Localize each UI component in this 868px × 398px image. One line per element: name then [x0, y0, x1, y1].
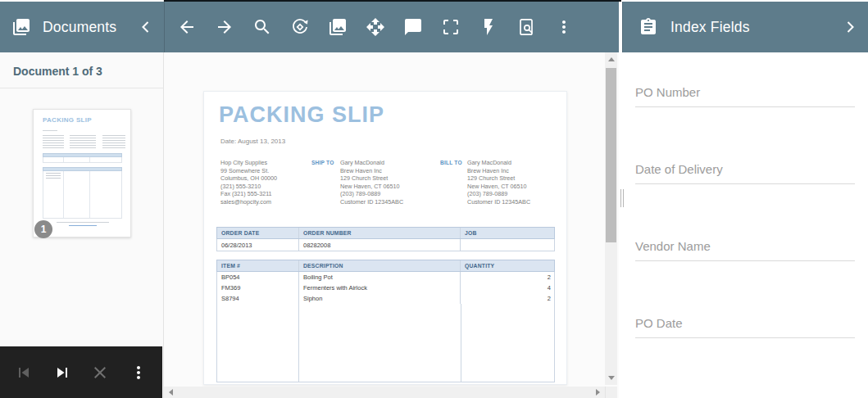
bill-to-address-block: Gary MacDonaldBrew Haven Inc 129 Church … — [467, 159, 530, 206]
vendor-name-label: Vendor Name — [635, 239, 855, 253]
forward-button[interactable] — [215, 17, 234, 37]
divider — [0, 88, 164, 88]
table-row: 06/28/2013 08282008 — [216, 239, 555, 251]
panel-resize-handle[interactable] — [620, 189, 625, 207]
first-document-button[interactable] — [14, 363, 34, 382]
mini-doc-title: PACKING SLIP — [43, 116, 92, 124]
po-number-label: PO Number — [635, 85, 855, 99]
mini-doc-address-lines — [43, 135, 64, 148]
viewer-toolbar — [164, 2, 619, 52]
more-options-icon — [554, 17, 574, 37]
items-table-empty-area — [217, 304, 554, 382]
documents-panel-title: Documents — [43, 19, 116, 36]
mini-doc-address-lines — [70, 135, 96, 148]
expand-index-panel-button[interactable] — [825, 17, 860, 37]
order-info-table: ORDER DATE ORDER NUMBER JOB 06/28/2013 0… — [216, 227, 555, 251]
ship-to-address-block: Gary MacDonaldBrew Haven Inc 129 Church … — [340, 159, 403, 206]
fullscreen-button[interactable] — [441, 17, 461, 37]
scrollbar-corner — [605, 387, 617, 398]
vendor-name-field[interactable]: Vendor Name — [635, 239, 855, 264]
more-options-icon — [129, 363, 148, 382]
field-underline — [635, 106, 855, 107]
back-button[interactable] — [177, 17, 197, 37]
rotate-button[interactable] — [290, 17, 310, 37]
flash-process-button[interactable] — [479, 17, 498, 37]
po-date-label: PO Date — [635, 316, 855, 330]
document-thumbnail[interactable]: PACKING SLIP — [33, 109, 131, 237]
app-window: { "colors": { "header_teal": "#5e7c8b", … — [0, 0, 868, 398]
job-value — [461, 239, 554, 251]
zoom-search-button[interactable] — [252, 17, 272, 37]
ship-to-label: SHIP TO — [311, 160, 334, 165]
mini-doc-footer-line — [57, 222, 109, 223]
sender-address-block: Hop City Supplies99 Somewhere St. Columb… — [220, 159, 277, 206]
document-counter: Document 1 of 3 — [13, 65, 102, 78]
find-in-document-button[interactable] — [516, 17, 536, 37]
scroll-right-arrow-icon[interactable] — [596, 389, 600, 396]
viewer-more-options-button[interactable] — [554, 17, 574, 37]
documents-panel-header: Documents — [0, 2, 164, 52]
first-document-icon — [14, 363, 34, 382]
chevron-right-icon — [840, 17, 860, 37]
last-document-icon — [52, 363, 72, 382]
document-pager-toolbar — [0, 346, 162, 398]
column-header: DESCRIPTION — [299, 260, 461, 271]
chevron-left-icon — [136, 17, 156, 37]
order-number-value: 08282008 — [299, 239, 461, 251]
comment-icon — [403, 17, 423, 37]
index-fields-panel: Index Fields PO Number Date of Delivery … — [621, 0, 868, 398]
comments-button[interactable] — [403, 17, 423, 37]
table-row: BP054 Boiling Pot 2 — [217, 272, 554, 283]
column-header: ORDER NUMBER — [299, 228, 461, 238]
po-number-field[interactable]: PO Number — [635, 85, 855, 110]
bill-to-label: BILL TO — [440, 160, 462, 165]
close-icon — [90, 363, 110, 382]
pan-icon — [366, 17, 385, 37]
back-arrow-icon — [177, 17, 197, 37]
column-header: QUANTITY — [461, 260, 554, 271]
page-number-badge: 1 — [34, 220, 52, 238]
horizontal-scrollbar[interactable] — [164, 387, 605, 398]
order-date-value: 06/28/2013 — [217, 239, 299, 251]
items-table: ITEM # DESCRIPTION QUANTITY BP054 Boilin… — [216, 260, 555, 382]
close-button[interactable] — [90, 363, 110, 382]
scroll-left-arrow-icon[interactable] — [169, 389, 173, 396]
collapse-documents-panel-button[interactable] — [125, 17, 156, 37]
find-in-page-icon — [516, 17, 536, 37]
scroll-up-arrow-icon[interactable] — [608, 57, 615, 61]
column-header: ORDER DATE — [217, 228, 299, 238]
mini-doc-date-line — [43, 130, 57, 131]
field-underline — [635, 337, 855, 338]
clipboard-icon — [639, 17, 658, 37]
rotate-icon — [290, 17, 310, 37]
index-fields-title: Index Fields — [670, 19, 750, 36]
documents-panel: Documents Document 1 of 3 PACKING SLIP 1 — [0, 0, 164, 398]
field-underline — [635, 260, 855, 261]
column-header: ITEM # — [217, 260, 299, 271]
flash-icon — [479, 17, 498, 37]
scroll-down-arrow-icon[interactable] — [608, 376, 615, 380]
table-row: S8794 Siphon 2 — [217, 293, 554, 304]
date-of-delivery-label: Date of Delivery — [635, 162, 855, 176]
packing-slip-title: PACKING SLIP — [219, 102, 384, 128]
index-fields-header: Index Fields — [622, 2, 868, 52]
document-page[interactable]: PACKING SLIP Date: August 13, 2013 Hop C… — [203, 91, 567, 385]
vertical-scrollbar-thumb[interactable] — [606, 68, 616, 242]
search-icon — [252, 17, 272, 37]
document-viewer: PACKING SLIP Date: August 13, 2013 Hop C… — [164, 0, 619, 398]
forward-arrow-icon — [215, 17, 234, 37]
mini-doc-address-lines — [102, 135, 125, 148]
mini-doc-order-table — [43, 153, 122, 163]
fullscreen-icon — [441, 17, 461, 37]
po-date-field[interactable]: PO Date — [635, 316, 855, 341]
pan-button[interactable] — [366, 17, 385, 37]
packing-slip-date: Date: August 13, 2013 — [220, 138, 285, 145]
vertical-scrollbar[interactable] — [605, 52, 617, 385]
date-of-delivery-field[interactable]: Date of Delivery — [635, 162, 855, 187]
field-underline — [635, 183, 855, 184]
more-options-button[interactable] — [129, 363, 148, 382]
mini-doc-footer-link — [69, 225, 97, 226]
last-document-button[interactable] — [52, 363, 72, 382]
viewer-canvas: PACKING SLIP Date: August 13, 2013 Hop C… — [164, 52, 619, 398]
thumbnails-button[interactable] — [328, 17, 348, 37]
